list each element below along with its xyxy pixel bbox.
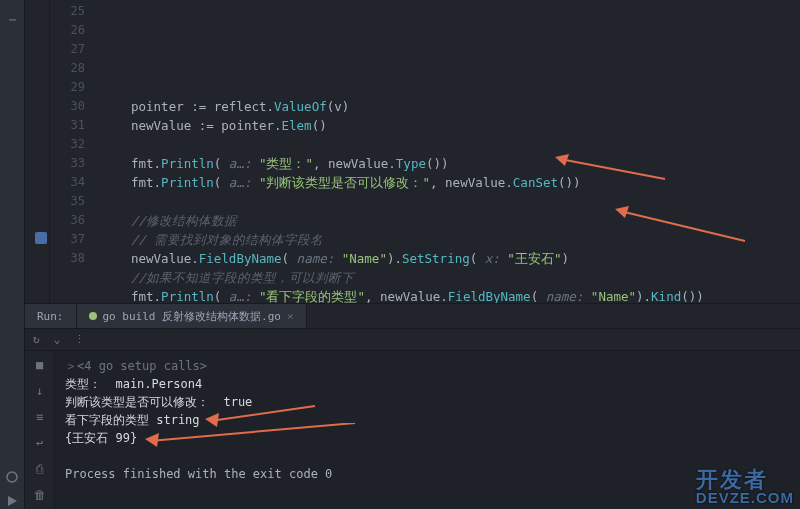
token-paren: ( — [470, 249, 478, 268]
code-line[interactable]: pointer := reflect.ValueOf(v) — [103, 97, 800, 116]
token-id: pointer — [221, 116, 274, 135]
console-line: ＞<4 go setup calls> — [65, 357, 790, 375]
token-op: := — [184, 97, 214, 116]
filter-icon[interactable]: ≡ — [32, 409, 48, 425]
token-op: . — [266, 97, 274, 116]
token-method: Println — [161, 173, 214, 192]
token-method: SetString — [402, 249, 470, 268]
close-icon[interactable]: × — [287, 310, 294, 323]
console-line: Process finished with the exit code 0 — [65, 465, 790, 483]
code-line[interactable]: fmt.Println( a…: "类型：", newValue.Type()) — [103, 154, 800, 173]
step-button[interactable]: ⌄ — [54, 333, 61, 346]
svg-point-0 — [7, 472, 17, 482]
console-line: 判断该类型是否可以修改： true — [65, 393, 790, 411]
token-param: a…: — [229, 287, 259, 303]
token-method: Elem — [282, 116, 312, 135]
token-pkg: fmt — [131, 154, 154, 173]
left-tool-rail: ⎯ — [0, 0, 25, 509]
token-id: newValue — [445, 173, 505, 192]
token-op: := — [191, 116, 221, 135]
token-method: CanSet — [513, 173, 558, 192]
run-icon[interactable] — [4, 493, 20, 509]
token-op: , — [313, 154, 328, 173]
token-paren: ) — [342, 97, 350, 116]
token-str: "类型：" — [259, 154, 313, 173]
svg-marker-1 — [8, 496, 17, 506]
code-content[interactable]: pointer := reflect.ValueOf(v)newValue :=… — [95, 0, 800, 303]
token-method: Println — [161, 287, 214, 303]
token-paren: ( — [214, 154, 222, 173]
build-config-tab[interactable]: go build 反射修改结构体数据.go × — [77, 304, 307, 328]
token-pkg: reflect — [214, 97, 267, 116]
token-paren: ) — [561, 249, 569, 268]
code-editor[interactable]: 2526272829303132333435363738 pointer := … — [25, 0, 800, 303]
token-str: "Name" — [591, 287, 636, 303]
token-op: . — [388, 154, 396, 173]
print-icon[interactable]: ⎙ — [32, 461, 48, 477]
token-method: Println — [161, 154, 214, 173]
token-op: . — [154, 287, 162, 303]
run-tab-label: Run: — [37, 310, 64, 323]
token-op — [477, 249, 485, 268]
token-op: , — [365, 287, 380, 303]
build-tab-label: go build 反射修改结构体数据.go — [103, 309, 281, 324]
token-method: Kind — [651, 287, 681, 303]
token-op: , — [430, 173, 445, 192]
console-output[interactable]: ＞<4 go setup calls>类型： main.Person4判断该类型… — [55, 351, 800, 509]
token-paren: ()) — [681, 287, 704, 303]
token-pkg: fmt — [131, 173, 154, 192]
token-id: newValue — [328, 154, 388, 173]
code-line[interactable]: newValue := pointer.Elem() — [103, 116, 800, 135]
token-op: . — [644, 287, 652, 303]
services-icon[interactable] — [4, 469, 20, 485]
code-line[interactable]: newValue.FieldByName( name: "Name").SetS… — [103, 249, 800, 268]
status-dot-icon — [89, 312, 97, 320]
token-paren: ) — [636, 287, 644, 303]
token-param: name: — [297, 249, 342, 268]
scroll-down-icon[interactable]: ↓ — [32, 383, 48, 399]
line-number-gutter: 2526272829303132333435363738 — [50, 0, 95, 303]
console-line — [65, 447, 790, 465]
clear-icon[interactable]: 🗑 — [32, 487, 48, 503]
console-line: {王安石 99} — [65, 429, 790, 447]
token-paren: ( — [214, 173, 222, 192]
code-line[interactable]: // 需要找到对象的结构体字段名 — [103, 230, 800, 249]
watermark: 开发者 DEVZE.COM — [696, 471, 794, 507]
token-id: v — [334, 97, 342, 116]
soft-wrap-icon[interactable]: ↩ — [32, 435, 48, 451]
breakpoint-gutter[interactable] — [25, 0, 50, 303]
token-op — [221, 154, 229, 173]
code-line[interactable]: //如果不知道字段的类型，可以判断下 — [103, 268, 800, 287]
token-op: . — [154, 154, 162, 173]
token-id: newValue — [380, 287, 440, 303]
code-line[interactable]: fmt.Println( a…: "判断该类型是否可以修改：", newValu… — [103, 173, 800, 192]
more-button[interactable]: ⋮ — [74, 333, 85, 346]
token-paren: ( — [282, 249, 290, 268]
run-tab[interactable]: Run: — [25, 304, 77, 328]
token-method: Type — [396, 154, 426, 173]
token-op — [221, 173, 229, 192]
token-cmt: //修改结构体数据 — [131, 211, 237, 230]
token-param: a…: — [229, 154, 259, 173]
console-toolbar: ↻ ⌄ ⋮ — [25, 329, 800, 351]
rerun-button[interactable]: ↻ — [33, 333, 40, 346]
console-line: 看下字段的类型 string — [65, 411, 790, 429]
token-paren: ( — [214, 287, 222, 303]
token-id: newValue — [131, 249, 191, 268]
token-method: FieldByName — [448, 287, 531, 303]
collapse-icon[interactable]: ⎯ — [4, 6, 20, 22]
watermark-line2: DEVZE.COM — [696, 489, 794, 507]
token-method: FieldByName — [199, 249, 282, 268]
token-op: . — [394, 249, 402, 268]
token-paren: ( — [531, 287, 539, 303]
code-line[interactable] — [103, 135, 800, 154]
token-pkg: fmt — [131, 287, 154, 303]
token-op — [538, 287, 546, 303]
code-line[interactable]: fmt.Println( a…: "看下字段的类型", newValue.Fie… — [103, 287, 800, 303]
code-line[interactable] — [103, 192, 800, 211]
token-op — [221, 287, 229, 303]
stop-icon[interactable]: ■ — [32, 357, 48, 373]
code-line[interactable]: //修改结构体数据 — [103, 211, 800, 230]
token-method: ValueOf — [274, 97, 327, 116]
breakpoint-marker[interactable] — [35, 232, 47, 244]
